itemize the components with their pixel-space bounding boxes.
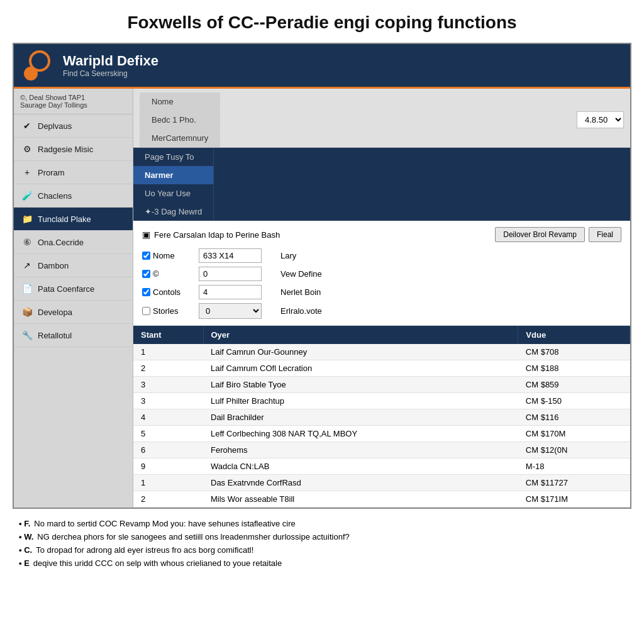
- sidebar-item-radgesie-misic[interactable]: ⚙Radgesie Misic: [14, 138, 133, 161]
- sidebar-icon-2: +: [21, 167, 33, 178]
- form-input-cell-2: [199, 285, 274, 299]
- sidebar-icon-9: 🔧: [21, 330, 33, 341]
- col-header-oyer: Oyer: [203, 326, 518, 344]
- note-text-2: To dropad for adrong ald eyer istreus fr…: [36, 545, 253, 555]
- tab-bedc-1-pho.[interactable]: Bedc 1 Pho.: [140, 111, 220, 129]
- note-item-0: • F.No mard to sertid COC Revamp Mod you…: [19, 519, 625, 528]
- form-top-left: ▣ Fere Carsalan Idap to Perine Bash: [142, 230, 280, 240]
- sidebar-item-retallotul[interactable]: 🔧Retallotul: [14, 324, 133, 347]
- cell-stant-4: 4: [133, 409, 203, 426]
- app-body: ©, Deal Showd TAP1 Saurage Day/ Tollings…: [14, 89, 630, 508]
- tab-mercartemnury[interactable]: MerCartemnury: [140, 129, 220, 147]
- sidebar-items: ✔Deplvaus⚙Radgesie Misic+Proram🧪Chaclens…: [14, 114, 133, 347]
- sidebar-label-1: Radgesie Misic: [38, 145, 93, 154]
- form-label-3: Storles: [142, 306, 199, 316]
- sidebar-item-deplvaus[interactable]: ✔Deplvaus: [14, 114, 133, 138]
- table-row[interactable]: 2Laif Camrum COfl LecrationCM $188: [133, 360, 630, 377]
- table-row[interactable]: 3Laif Biro Stable TyoeCM $859: [133, 377, 630, 393]
- form-checkbox-3[interactable]: [142, 307, 150, 315]
- sidebar-icon-8: 📦: [21, 306, 33, 318]
- cell-oyer-1: Laif Camrum COfl Lecration: [203, 360, 518, 377]
- form-input-0[interactable]: [199, 248, 262, 263]
- inner-tab-2[interactable]: Uo Year Use: [133, 184, 214, 203]
- table-row[interactable]: 2Mils Wor asseable T8illCM $171IM: [133, 491, 630, 508]
- sidebar-label-5: Ona.Cecride: [38, 238, 84, 247]
- table-row[interactable]: 5Leff Corlbeching 308 NAR TQ,AL MBOYCM $…: [133, 426, 630, 442]
- form-label-1: ©: [142, 269, 199, 279]
- inner-tab-1[interactable]: Narmer: [133, 166, 214, 184]
- notes-list: • F.No mard to sertid COC Revamp Mod you…: [19, 519, 625, 568]
- header-text: Waripld Defixe Find Ca Seerrsking: [63, 53, 158, 78]
- cell-oyer-8: Das Exatrvnde CorfRasd: [203, 475, 518, 491]
- form-top-row: ▣ Fere Carsalan Idap to Perine Bash Deil…: [142, 227, 621, 242]
- form-checkbox-0[interactable]: [142, 252, 150, 260]
- note-text-3: deqive this uridd CCC on selp with whous…: [33, 558, 282, 568]
- expand-icon[interactable]: ▣: [142, 230, 150, 240]
- app-container: Waripld Defixe Find Ca Seerrsking ©, Dea…: [13, 43, 631, 509]
- form-value-2: Nerlet Boin: [274, 287, 621, 297]
- form-select-3[interactable]: 0: [199, 303, 262, 319]
- inner-tab-0[interactable]: Page Tusy To: [133, 148, 214, 166]
- table-row[interactable]: 1Laif Camrun Our-GounneyCM $708: [133, 344, 630, 360]
- form-label-2: Contols: [142, 287, 199, 297]
- sidebar-item-developa[interactable]: 📦Developa: [14, 301, 133, 324]
- form-input-1[interactable]: [199, 267, 262, 281]
- form-field-label-2: Contols: [153, 287, 180, 297]
- table-row[interactable]: 3Lulf Philter BrachtupCM $-150: [133, 393, 630, 409]
- inner-tab-3[interactable]: ✦-3 Dag Newrd: [133, 203, 214, 221]
- sidebar-icon-7: 📄: [21, 283, 33, 294]
- sidebar-label-3: Chaclens: [38, 191, 72, 201]
- form-description: Fere Carsalan Idap to Perine Bash: [154, 230, 280, 240]
- fieal-button[interactable]: Fieal: [589, 227, 621, 242]
- note-item-3: • Edeqive this uridd CCC on selp with wh…: [19, 558, 625, 568]
- app-subtitle: Find Ca Seerrsking: [63, 69, 158, 78]
- cell-vdue-8: CM $11727: [518, 475, 630, 491]
- cell-vdue-5: CM $170M: [518, 426, 630, 442]
- note-text-0: No mard to sertid COC Revamp Mod you: ha…: [34, 519, 295, 528]
- sidebar-label-6: Dambon: [38, 261, 69, 270]
- sidebar-icon-4: 📁: [21, 213, 33, 225]
- deilover-button[interactable]: Deilover Brol Revamp: [495, 227, 585, 242]
- table-row[interactable]: 6FerohemsCM $12(0N: [133, 442, 630, 458]
- cell-stant-1: 2: [133, 360, 203, 377]
- cell-vdue-9: CM $171IM: [518, 491, 630, 508]
- table-header: StantOyerVdue: [133, 326, 630, 344]
- form-checkbox-1[interactable]: [142, 270, 150, 278]
- note-bullet-0: • F.: [19, 519, 30, 528]
- sidebar-icon-5: ⑥: [21, 236, 33, 248]
- sidebar-item-ona.cecride[interactable]: ⑥Ona.Cecride: [14, 231, 133, 254]
- cell-oyer-2: Laif Biro Stable Tyoe: [203, 377, 518, 393]
- version-select[interactable]: 4.8.50: [577, 111, 624, 128]
- form-panel: ▣ Fere Carsalan Idap to Perine Bash Deil…: [133, 221, 630, 326]
- note-bullet-2: • C.: [19, 545, 32, 555]
- cell-vdue-4: CM $116: [518, 409, 630, 426]
- table-row[interactable]: 4Dail BrachilderCM $116: [133, 409, 630, 426]
- tab-nome[interactable]: Nome: [140, 92, 220, 111]
- sidebar-label-7: Pata Coenfarce: [38, 284, 94, 294]
- form-checkbox-2[interactable]: [142, 288, 150, 296]
- cell-vdue-2: CM $859: [518, 377, 630, 393]
- sidebar-item-chaclens[interactable]: 🧪Chaclens: [14, 184, 133, 208]
- form-value-0: Lary: [274, 251, 621, 260]
- table-row[interactable]: 1Das Exatrvnde CorfRasdCM $11727: [133, 475, 630, 491]
- form-input-cell-3: 0: [199, 303, 274, 319]
- inner-tabs: Page Tusy ToNarmerUo Year Use✦-3 Dag New…: [133, 148, 630, 221]
- cell-oyer-4: Dail Brachilder: [203, 409, 518, 426]
- form-input-2[interactable]: [199, 285, 262, 299]
- sidebar: ©, Deal Showd TAP1 Saurage Day/ Tollings…: [14, 89, 133, 508]
- cell-stant-6: 6: [133, 442, 203, 458]
- table-row[interactable]: 9Wadcla CN:LABM-18: [133, 458, 630, 475]
- sidebar-item-pata-coenfarce[interactable]: 📄Pata Coenfarce: [14, 277, 133, 301]
- cell-oyer-6: Ferohems: [203, 442, 518, 458]
- form-input-cell-1: [199, 267, 274, 281]
- sidebar-label-9: Retallotul: [38, 331, 72, 340]
- app-name: Waripld Defixe: [63, 53, 158, 69]
- cell-oyer-7: Wadcla CN:LAB: [203, 458, 518, 475]
- sidebar-item-dambon[interactable]: ↗Dambon: [14, 254, 133, 277]
- cell-stant-0: 1: [133, 344, 203, 360]
- sidebar-item-tunclald-plake[interactable]: 📁Tunclald Plake: [14, 208, 133, 231]
- sidebar-label-0: Deplvaus: [38, 121, 72, 131]
- cell-stant-8: 1: [133, 475, 203, 491]
- sidebar-item-proram[interactable]: +Proram: [14, 161, 133, 184]
- cell-stant-5: 5: [133, 426, 203, 442]
